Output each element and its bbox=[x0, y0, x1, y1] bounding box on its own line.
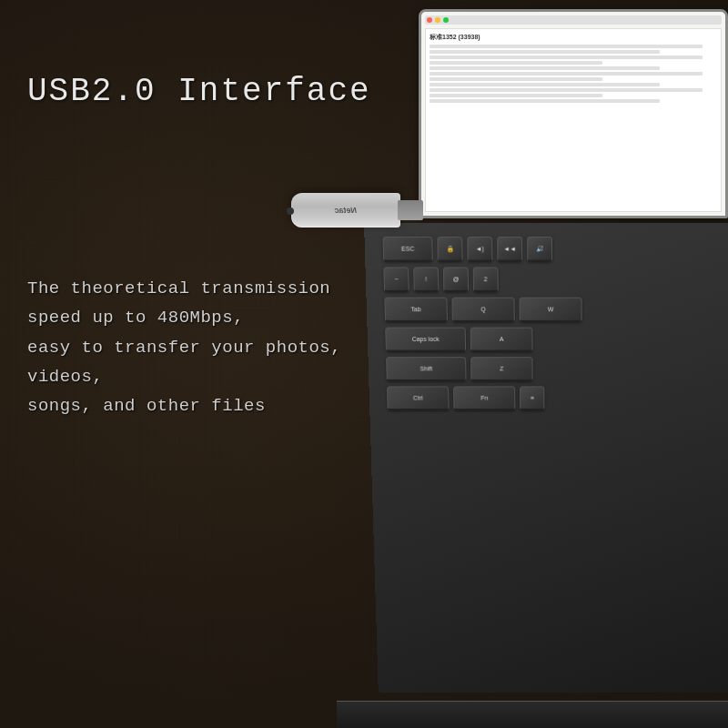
key-1: ! bbox=[413, 267, 439, 291]
laptop-keyboard: ESC 🔒 ◄) ◄◄ 🔊 ~ ! @ 2 Tab Q W bbox=[364, 223, 728, 693]
key-z: Z bbox=[470, 357, 533, 381]
laptop-bottom bbox=[337, 701, 728, 728]
desc-line-3: easy to transfer your photos, bbox=[27, 333, 373, 362]
key-tilde: ~ bbox=[383, 267, 409, 291]
key-row-2: ~ ! @ 2 bbox=[383, 267, 726, 291]
key-capslock: Caps lock bbox=[385, 328, 466, 352]
laptop-screen: 标准1352 (33938) bbox=[419, 9, 728, 218]
key-w: W bbox=[519, 298, 581, 322]
desc-line-2: speed up to 480Mbps, bbox=[27, 303, 373, 332]
text-content-area: USB2.0 Interface The theoretical transmi… bbox=[27, 73, 373, 420]
desc-line-1: The theoretical transmission bbox=[27, 274, 373, 303]
key-row-6: Ctrl Fn ≡ bbox=[387, 386, 723, 410]
laptop-image: 标准1352 (33938) bbox=[364, 0, 728, 728]
desc-line-4: videos, bbox=[27, 362, 373, 391]
key-2b: 2 bbox=[473, 267, 499, 291]
key-vol-up: ◄◄ bbox=[497, 237, 522, 262]
key-ctrl: Ctrl bbox=[387, 386, 450, 410]
key-2: @ bbox=[443, 267, 469, 291]
usb-brand-logo: Netac bbox=[335, 206, 358, 215]
key-q: Q bbox=[451, 298, 514, 322]
key-esc: ESC bbox=[382, 237, 432, 262]
key-row-5: Shift Z bbox=[386, 357, 724, 381]
key-vol-max: 🔊 bbox=[527, 237, 552, 262]
key-lock: 🔒 bbox=[437, 237, 462, 262]
key-shift: Shift bbox=[386, 357, 466, 381]
key-a: A bbox=[470, 328, 533, 352]
usb-lanyard-hole bbox=[287, 207, 294, 215]
desc-line-5: songs, and other files bbox=[27, 391, 373, 420]
page-title: USB2.0 Interface bbox=[27, 73, 373, 110]
key-row-1: ESC 🔒 ◄) ◄◄ 🔊 bbox=[382, 237, 727, 262]
key-row-3: Tab Q W bbox=[384, 298, 725, 322]
main-container: 标准1352 (33938) bbox=[0, 0, 728, 728]
usb-connector bbox=[398, 200, 423, 220]
key-row-4: Caps lock A bbox=[385, 328, 725, 352]
description-block: The theoretical transmission speed up to… bbox=[27, 274, 373, 420]
key-menu: ≡ bbox=[520, 386, 544, 410]
usb-drive: Netac bbox=[268, 182, 400, 228]
key-fn: Fn bbox=[453, 386, 515, 410]
key-vol-down: ◄) bbox=[467, 237, 492, 262]
key-tab: Tab bbox=[384, 298, 448, 322]
